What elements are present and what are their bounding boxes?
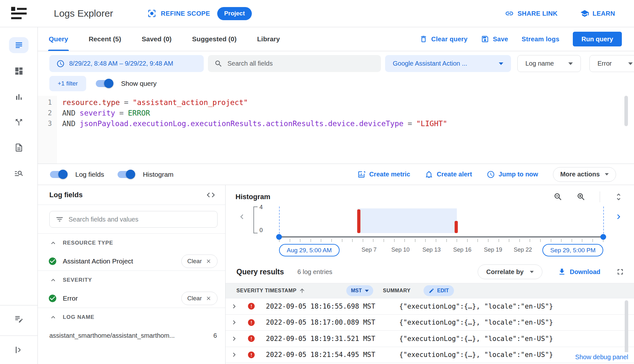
- code-brackets-icon[interactable]: [206, 190, 216, 200]
- nav-logs-dashboard[interactable]: [9, 63, 29, 79]
- clear-severity-button[interactable]: Clear: [181, 292, 218, 305]
- expand-nav-button[interactable]: [9, 342, 29, 358]
- severity-filter-dropdown[interactable]: Error: [589, 55, 634, 72]
- correlate-by-label: Correlate by: [486, 268, 524, 276]
- show-debug-panel-link[interactable]: Show debug panel: [572, 352, 631, 362]
- project-scope-badge[interactable]: Project: [217, 7, 252, 20]
- pencil-icon: [429, 288, 434, 294]
- section-severity[interactable]: SEVERITY: [38, 271, 225, 289]
- create-alert-button[interactable]: Create alert: [425, 170, 472, 179]
- refine-scope-button[interactable]: REFINE SCOPE: [147, 9, 210, 18]
- time-slider-track[interactable]: [279, 236, 603, 238]
- clear-query-button[interactable]: Clear query: [419, 35, 467, 43]
- range-handle-start[interactable]: [276, 234, 282, 240]
- caret-down-icon: [628, 62, 633, 65]
- nav-log-metrics[interactable]: [9, 89, 29, 105]
- query-editor[interactable]: 1 2 3 resource.type="assistant_action_pr…: [38, 96, 634, 164]
- collapse-histogram-icon[interactable]: [614, 192, 623, 201]
- error-icon: [247, 335, 255, 343]
- section-log-name[interactable]: LOG NAME: [38, 308, 225, 326]
- cloud-logging-logo[interactable]: [0, 4, 38, 23]
- search-all-fields[interactable]: [208, 55, 381, 72]
- chevron-right-icon[interactable]: [614, 212, 623, 222]
- search-all-fields-input[interactable]: [227, 60, 375, 67]
- query-line-2: ANDseverity=ERROR: [62, 108, 447, 118]
- tab-recent[interactable]: Recent (5): [89, 27, 121, 51]
- logs-list-icon: [14, 40, 24, 50]
- resource-filter-dropdown[interactable]: Google Assistant Action ...: [385, 55, 511, 72]
- zoom-out-icon[interactable]: [554, 192, 563, 201]
- nav-logs-router[interactable]: [9, 114, 29, 130]
- tab-saved[interactable]: Saved (0): [142, 27, 171, 51]
- section-label: LOG NAME: [63, 314, 95, 320]
- jump-to-now-button[interactable]: Jump to now: [487, 170, 538, 179]
- log-entry-row[interactable]: 2022-09-05 18:17:00.089 MST {"executionL…: [226, 315, 634, 331]
- timezone-dropdown[interactable]: MST: [346, 285, 373, 296]
- log-fields-toggle[interactable]: [50, 171, 67, 178]
- column-timestamp-sort[interactable]: TIMESTAMP: [265, 287, 305, 294]
- resource-type-item[interactable]: Assistant Action Project Clear: [38, 252, 225, 271]
- download-button[interactable]: Download: [558, 268, 600, 276]
- log-timestamp: 2022-09-05 18:16:55.698 MST: [266, 303, 399, 310]
- histogram-bar[interactable]: [455, 221, 458, 233]
- chevron-left-icon[interactable]: [237, 212, 247, 222]
- editor-scrollbar[interactable]: [624, 96, 628, 126]
- learn-button[interactable]: LEARN: [580, 9, 615, 18]
- time-range-chip[interactable]: 8/29/22, 8:48 AM – 9/29/22, 9:48 AM: [49, 55, 204, 72]
- run-query-button[interactable]: Run query: [573, 32, 622, 46]
- nav-release-notes[interactable]: [9, 311, 29, 327]
- more-actions-button[interactable]: More actions: [553, 167, 616, 182]
- filter-icon: [55, 215, 64, 223]
- results-scrollbar[interactable]: [625, 300, 628, 360]
- check-circle-icon: [48, 294, 57, 303]
- range-start-pill[interactable]: Aug 29, 5:00 AM: [279, 244, 340, 256]
- expand-row-icon[interactable]: [230, 351, 238, 359]
- toggle-thumb: [58, 170, 68, 179]
- y-axis-min-label: 0: [259, 227, 263, 234]
- error-icon: [247, 351, 255, 359]
- show-query-toggle[interactable]: [96, 80, 113, 87]
- save-button[interactable]: Save: [481, 35, 508, 43]
- x-tick-label: Sep 19: [484, 247, 502, 253]
- histogram-toggle[interactable]: [118, 171, 135, 178]
- document-icon: [14, 143, 24, 152]
- nav-logs-storage[interactable]: [9, 140, 29, 156]
- expand-row-icon[interactable]: [230, 335, 238, 343]
- query-line-1: resource.type="assistant_action_project": [62, 97, 447, 108]
- fullscreen-icon[interactable]: [616, 267, 625, 276]
- actions-bar-right: Create metric Create alert Jump to now M…: [357, 167, 616, 182]
- zoom-in-icon[interactable]: [577, 192, 586, 201]
- tab-query[interactable]: Query: [49, 27, 68, 51]
- log-fields-search-input[interactable]: [69, 216, 211, 223]
- range-end-pill[interactable]: Sep 29, 5:00 PM: [542, 244, 603, 256]
- log-entry-row[interactable]: 2022-09-05 18:19:31.521 MST {"executionL…: [226, 331, 634, 347]
- section-resource-type[interactable]: RESOURCE TYPE: [38, 233, 225, 252]
- item-label: Error: [63, 295, 78, 302]
- log-name-item[interactable]: assistant_smarthome/assistant_smarthom..…: [38, 326, 225, 345]
- caret-down-icon: [530, 271, 534, 273]
- histogram-selection-region[interactable]: [358, 208, 457, 233]
- clear-query-label: Clear query: [431, 36, 467, 43]
- log-summary: {"executionLog":{…}, "locale":"en-US"}: [399, 351, 553, 359]
- tab-suggested[interactable]: Suggested (0): [192, 27, 237, 51]
- log-entry-row[interactable]: 2022-09-05 18:16:55.698 MST {"executionL…: [226, 298, 634, 315]
- nav-log-analytics[interactable]: [9, 165, 29, 181]
- clear-resource-type-button[interactable]: Clear: [181, 255, 218, 268]
- expand-row-icon[interactable]: [230, 302, 238, 311]
- log-fields-search[interactable]: [49, 211, 218, 228]
- create-metric-button[interactable]: Create metric: [357, 170, 410, 179]
- expand-row-icon[interactable]: [230, 318, 238, 327]
- more-filters-chip[interactable]: +1 filter: [49, 76, 86, 91]
- histogram-bar[interactable]: [357, 209, 360, 233]
- log-name-filter-dropdown[interactable]: Log name: [517, 55, 581, 72]
- correlate-by-dropdown[interactable]: Correlate by: [478, 264, 543, 279]
- severity-item[interactable]: Error Clear: [38, 289, 225, 308]
- tab-library[interactable]: Library: [257, 27, 280, 51]
- log-fields-toggle-label: Log fields: [75, 171, 104, 178]
- nav-logs-explorer[interactable]: [9, 37, 29, 53]
- stream-logs-button[interactable]: Stream logs: [522, 36, 559, 43]
- clock-icon: [56, 60, 65, 68]
- edit-summary-button[interactable]: EDIT: [424, 285, 454, 296]
- share-link-button[interactable]: SHARE LINK: [505, 9, 557, 18]
- range-handle-end[interactable]: [600, 234, 606, 240]
